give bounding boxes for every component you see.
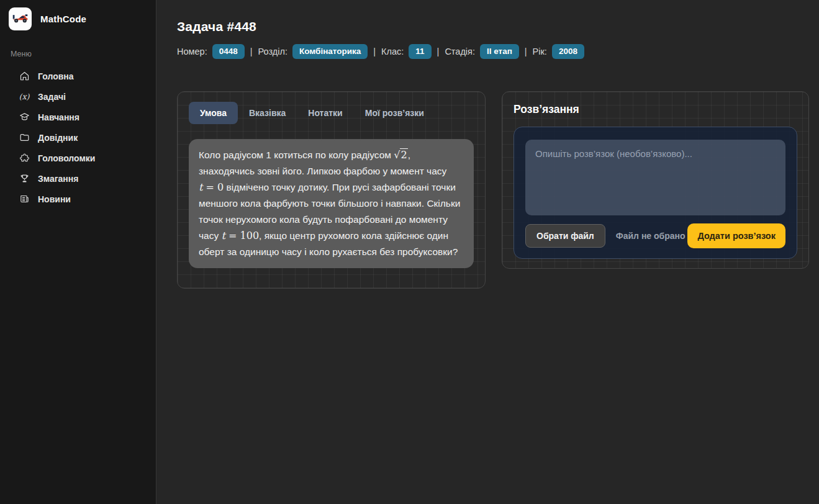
problem-statement: Коло радіусом 1 котиться по колу радіусо… — [189, 139, 474, 269]
meta-section-label: Розділ: — [258, 47, 287, 56]
meta-separator: | — [525, 47, 527, 56]
sqrt-expression: √2 — [394, 148, 407, 161]
meta-number-badge: 0448 — [212, 44, 245, 59]
folder-icon — [19, 132, 30, 143]
sidebar-item-label: Змагання — [38, 174, 78, 184]
meta-separator: | — [373, 47, 376, 56]
main-content: Задача #448 Номер: 0448 | Розділ: Комбін… — [156, 0, 819, 504]
sidebar-item-learning[interactable]: Навчання — [0, 107, 156, 127]
meta-stage-badge: II етап — [480, 44, 519, 59]
sidebar: MathCode Меню Головна (x) Задачі Навчанн… — [0, 0, 156, 504]
sidebar-item-label: Головоломки — [38, 153, 95, 163]
meta-grade-badge: 11 — [409, 44, 431, 59]
sidebar-item-label: Новини — [38, 194, 71, 204]
puzzle-icon — [19, 153, 30, 164]
file-status-text: Файл не обрано — [616, 231, 686, 241]
meta-section-badge: Комбінаторика — [292, 44, 368, 59]
sidebar-item-label: Навчання — [38, 112, 79, 122]
sidebar-item-label: Задачі — [38, 92, 66, 102]
tab-my-solutions[interactable]: Мої розв’язки — [354, 102, 435, 124]
sidebar-item-label: Головна — [38, 71, 74, 81]
add-solution-button[interactable]: Додати розв’язок — [687, 223, 785, 248]
meta-number-label: Номер: — [177, 47, 207, 56]
statement-text: Коло радіусом 1 котиться по колу радіусо… — [199, 150, 394, 160]
sidebar-nav: Головна (x) Задачі Навчання Довідник Гол… — [0, 66, 156, 209]
function-icon: (x) — [19, 91, 30, 102]
meta-separator: | — [250, 47, 253, 56]
brand[interactable]: MathCode — [0, 6, 156, 30]
solution-form-card: Обрати файл Файл не обрано Додати розв’я… — [514, 127, 797, 259]
sqrt-radicand: 2 — [400, 148, 407, 161]
race-car-icon — [11, 10, 29, 28]
sidebar-item-home[interactable]: Головна — [0, 66, 156, 86]
problem-panel: Умова Вказівка Нотатки Мої розв’язки Кол… — [177, 91, 486, 289]
app-logo — [9, 7, 32, 30]
choose-file-button[interactable]: Обрати файл — [525, 224, 605, 248]
brand-name: MathCode — [40, 14, 86, 24]
math-expression: t = 0 — [199, 181, 224, 193]
sidebar-item-problems[interactable]: (x) Задачі — [0, 86, 156, 107]
sidebar-item-handbook[interactable]: Довідник — [0, 127, 156, 148]
graduation-cap-icon — [19, 112, 30, 123]
math-expression: t = 100 — [222, 230, 260, 241]
sidebar-item-puzzles[interactable]: Головоломки — [0, 148, 156, 168]
meta-year-label: Рік: — [533, 47, 547, 56]
problem-meta-row: Номер: 0448 | Розділ: Комбінаторика | Кл… — [177, 44, 809, 59]
panels-row: Умова Вказівка Нотатки Мої розв’язки Кол… — [177, 91, 809, 289]
meta-year-badge: 2008 — [552, 44, 584, 59]
tab-hint[interactable]: Вказівка — [238, 102, 297, 124]
tab-statement[interactable]: Умова — [189, 102, 238, 124]
sidebar-item-competitions[interactable]: Змагання — [0, 168, 156, 189]
solution-title: Розв’язання — [514, 103, 797, 116]
solution-actions-row: Обрати файл Файл не обрано Додати розв’я… — [525, 223, 785, 248]
page-title: Задача #448 — [177, 19, 809, 34]
meta-stage-label: Стадія: — [445, 47, 475, 56]
sidebar-item-news[interactable]: Новини — [0, 189, 156, 209]
home-icon — [19, 71, 30, 82]
tab-notes[interactable]: Нотатки — [297, 102, 353, 124]
meta-separator: | — [437, 47, 440, 56]
trophy-icon — [19, 173, 30, 184]
sidebar-item-label: Довідник — [38, 133, 78, 143]
problem-tabs: Умова Вказівка Нотатки Мої розв’язки — [189, 102, 474, 124]
meta-grade-label: Клас: — [381, 47, 404, 56]
menu-section-label: Меню — [11, 50, 156, 58]
solution-panel: Розв’язання Обрати файл Файл не обрано Д… — [502, 91, 809, 269]
solution-textarea[interactable] — [525, 140, 785, 215]
news-icon — [19, 194, 30, 205]
